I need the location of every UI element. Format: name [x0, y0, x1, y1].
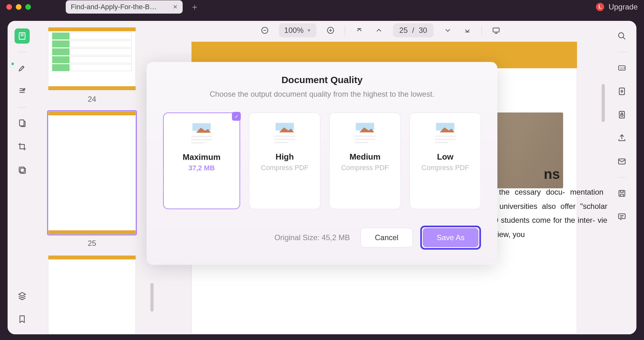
- thumbnail-image: [48, 27, 136, 90]
- prev-page-button[interactable]: [374, 25, 384, 36]
- modal-footer: Original Size: 45,2 MB Cancel Save As: [163, 226, 481, 250]
- thumbnail-number: 25: [40, 239, 144, 248]
- quality-option-maximum[interactable]: ✓ Maximum 37,2 MB: [163, 112, 240, 209]
- quality-option-low[interactable]: Low Compress PDF: [410, 112, 481, 209]
- status-dot-icon: [11, 63, 14, 65]
- total-pages: 30: [419, 26, 427, 35]
- cancel-button[interactable]: Cancel: [361, 228, 413, 247]
- tab-title: Find-and-Apply-For-the-B…: [71, 3, 168, 11]
- svg-rect-15: [619, 214, 625, 219]
- comments-button[interactable]: [614, 209, 629, 224]
- right-rail: OCR: [607, 21, 636, 334]
- svg-rect-6: [493, 28, 499, 32]
- thumbnail-page[interactable]: 25: [40, 111, 144, 248]
- thumbnail-number: 24: [40, 95, 144, 104]
- new-tab-button[interactable]: ＋: [190, 1, 199, 13]
- toolbar-separator: [482, 26, 482, 35]
- stamp-button[interactable]: [15, 162, 30, 178]
- quality-label: Low: [437, 152, 453, 162]
- quality-label: Maximum: [183, 152, 221, 162]
- last-page-button[interactable]: [462, 25, 473, 36]
- modal-title: Document Quality: [163, 75, 481, 85]
- window-maximize-button[interactable]: [25, 4, 31, 10]
- window-minimize-button[interactable]: [16, 4, 21, 10]
- svg-rect-1: [20, 120, 24, 126]
- modal-subtitle: Choose the output document quality from …: [163, 90, 481, 99]
- quality-label: High: [276, 152, 294, 162]
- top-toolbar: 100% ▼ 25 / 30: [154, 21, 607, 40]
- original-size-label: Original Size: 45,2 MB: [163, 233, 353, 242]
- document-scrollbar[interactable]: [602, 84, 605, 122]
- first-page-button[interactable]: [354, 25, 365, 36]
- layers-button[interactable]: [15, 288, 30, 303]
- thumbnail-page[interactable]: 24: [40, 27, 144, 104]
- quality-size: 37,2 MB: [188, 164, 215, 172]
- toolbar-separator: [345, 26, 345, 35]
- svg-text:OCR: OCR: [620, 67, 625, 70]
- thumbnail-image: [48, 111, 136, 234]
- left-rail: [8, 21, 37, 334]
- quality-sub: Compress PDF: [341, 164, 389, 172]
- share-button[interactable]: [614, 131, 629, 146]
- window-controls: [6, 4, 31, 10]
- rail-separator: [617, 177, 627, 178]
- email-button[interactable]: [614, 154, 629, 169]
- quality-option-medium[interactable]: Medium Compress PDF: [329, 112, 401, 209]
- svg-rect-10: [619, 88, 624, 95]
- save-as-button[interactable]: Save As: [423, 228, 478, 247]
- zoom-value: 100%: [284, 26, 303, 35]
- thumbnail-scrollbar[interactable]: [150, 283, 154, 312]
- close-icon[interactable]: ✕: [173, 3, 178, 10]
- zoom-select[interactable]: 100% ▼: [279, 23, 316, 37]
- current-page: 25: [399, 26, 408, 35]
- window-close-button[interactable]: [6, 4, 12, 10]
- rail-separator: [17, 52, 27, 52]
- zoom-in-button[interactable]: [325, 25, 336, 36]
- next-page-button[interactable]: [442, 25, 453, 36]
- search-button[interactable]: [614, 28, 629, 44]
- save-button[interactable]: [614, 186, 629, 201]
- quality-label: Medium: [349, 152, 380, 162]
- thumbnail-image: [48, 255, 136, 334]
- chevron-down-icon: ▼: [307, 28, 311, 33]
- thumbnail-panel: 24 25: [37, 21, 154, 334]
- svg-rect-14: [619, 191, 625, 197]
- save-as-highlight: Save As: [420, 226, 481, 250]
- document-quality-modal: Document Quality Choose the output docum…: [147, 62, 497, 265]
- ocr-button[interactable]: OCR: [614, 60, 629, 76]
- thumbnail-page[interactable]: [40, 255, 144, 334]
- highlighter-button[interactable]: [15, 60, 30, 76]
- check-icon: ✓: [232, 112, 241, 121]
- svg-point-7: [619, 33, 624, 38]
- convert-button[interactable]: [614, 84, 629, 99]
- quality-thumb-icon: [274, 123, 296, 145]
- page-indicator[interactable]: 25 / 30: [393, 23, 434, 37]
- bookmark-button[interactable]: [15, 312, 30, 327]
- quality-sub: Compress PDF: [422, 164, 469, 172]
- quality-thumb-icon: [354, 123, 376, 145]
- avatar[interactable]: L: [596, 3, 604, 11]
- zoom-out-button[interactable]: [259, 25, 270, 36]
- document-tab[interactable]: Find-and-Apply-For-the-B… ✕: [66, 0, 183, 14]
- quality-thumb-icon: [191, 123, 213, 145]
- quality-options: ✓ Maximum 37,2 MB High Compress PDF: [163, 112, 481, 209]
- svg-rect-12: [621, 114, 623, 116]
- quality-sub: Compress PDF: [261, 164, 308, 172]
- document-heading-fragment: ns: [544, 166, 560, 182]
- protect-button[interactable]: [614, 107, 629, 122]
- edit-button[interactable]: [15, 84, 30, 99]
- quality-thumb-icon: [434, 123, 456, 145]
- rail-separator: [17, 107, 27, 107]
- rail-separator: [617, 52, 627, 52]
- upgrade-link[interactable]: Upgrade: [609, 3, 638, 11]
- presentation-button[interactable]: [491, 25, 501, 36]
- crop-button[interactable]: [15, 139, 30, 154]
- titlebar: Find-and-Apply-For-the-B… ✕ ＋ L Upgrade: [0, 0, 644, 14]
- quality-option-high[interactable]: High Compress PDF: [249, 112, 320, 209]
- reader-mode-button[interactable]: [15, 28, 30, 44]
- page-tools-button[interactable]: [15, 116, 30, 131]
- workspace: 24 25 100% ▼: [8, 21, 636, 334]
